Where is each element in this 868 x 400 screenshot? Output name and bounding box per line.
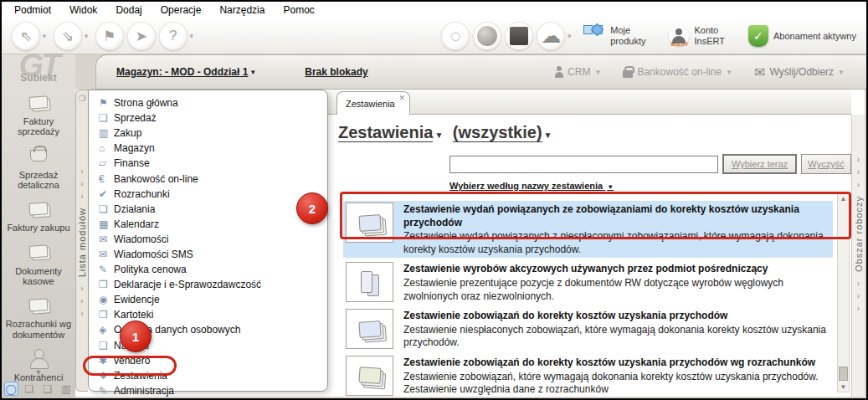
title-caret-icon[interactable]: ▼ — [434, 131, 443, 140]
tree-item-finanse[interactable]: ▱Finanse — [94, 156, 327, 171]
cloud-dropdown-icon[interactable]: ▼ — [566, 33, 573, 40]
tree-item-magazyn[interactable]: ⌂Magazyn — [94, 141, 327, 156]
sidebar-label: Rozrachunki wg dokumentów — [3, 319, 74, 340]
tree-item-rozrachunki[interactable]: ✔Rozrachunki — [94, 187, 327, 202]
home-flag-icon[interactable]: ⚑ — [95, 22, 124, 50]
crm-button[interactable]: CRM ▼ — [555, 66, 601, 78]
wyslij-odbierz-button[interactable]: ✉ Wyślij/Odbierz ▼ — [754, 64, 845, 80]
settlements-icon — [29, 298, 49, 311]
menu-narzedzia[interactable]: Narzędzia — [210, 3, 274, 18]
tree-item-ochrona-danych[interactable]: ◈Ochrona danych osobowych — [94, 322, 327, 337]
calendar-icon: ▦ — [99, 218, 114, 230]
sidebar-item-kontrahenci[interactable]: Kontrahenci — [3, 346, 74, 382]
list-scrollbar[interactable]: ▲ ▼ — [837, 193, 850, 392]
mini-module-selected-icon[interactable]: ◯ — [4, 382, 18, 396]
tab-close-icon[interactable]: ✕ — [398, 94, 405, 102]
scroll-up-icon[interactable]: ▲ — [838, 195, 849, 203]
menu-operacje[interactable]: Operacje — [152, 3, 211, 18]
abonament-button[interactable]: ✓ Abonament aktywny — [748, 25, 856, 47]
tree-item-dzialania[interactable]: ❏Działania — [94, 202, 327, 217]
contractors-person-icon — [29, 349, 48, 367]
tree-item-zestawienia[interactable]: ❖Zestawienia — [94, 368, 327, 383]
title-zestawienia[interactable]: Zestawienia — [338, 123, 433, 142]
tree-item-kartoteki[interactable]: ❒Kartoteki — [94, 307, 327, 322]
brak-blokady-link[interactable]: Brak blokady — [305, 66, 367, 78]
sidebar-item-sprzedaz-detaliczna[interactable]: Sprzedaż detaliczna — [3, 143, 74, 191]
banknotes-icon — [358, 367, 381, 385]
menu-widok[interactable]: Widok — [60, 3, 106, 18]
list-item-wyroby-akcyzowe[interactable]: Zestawienie wyrobów akcyzowych używanych… — [343, 260, 833, 305]
tree-item-wiadomosci-sms[interactable]: ✉Wiadomości SMS — [94, 247, 327, 262]
lock-icon — [623, 70, 633, 78]
wybierz-teraz-button[interactable]: Wybierz teraz — [722, 154, 797, 174]
tree-item-bankowosc[interactable]: €Bankowość on-line — [94, 171, 327, 186]
wyczysc-button[interactable]: Wyczyść — [801, 154, 851, 174]
tree-item-kalendarz[interactable]: ▦Kalendarz — [94, 217, 327, 232]
tree-label: Sprzedaż — [114, 112, 157, 124]
price-icon: ✎ — [99, 264, 114, 275]
scroll-down-icon[interactable]: ▼ — [838, 383, 849, 391]
help-dropdown-icon[interactable]: ▼ — [188, 33, 195, 40]
konto-insert-button[interactable]: InsERT Konto InsERT — [669, 25, 724, 46]
scroll-thumb[interactable] — [839, 367, 848, 381]
pin-icon[interactable]: ❍ — [79, 94, 86, 103]
tree-item-ewidencje[interactable]: ◉Ewidencje — [94, 292, 327, 307]
sync-spinner-icon[interactable]: ◌ — [441, 22, 470, 50]
goto-icon[interactable]: ➤ — [127, 22, 156, 50]
search-row: Wybierz teraz Wyczyść — [449, 154, 851, 174]
cube-icon[interactable] — [505, 22, 533, 50]
crm-person-icon — [555, 66, 563, 78]
tree-item-polityka-cenowa[interactable]: ✎Polityka cenowa — [94, 262, 327, 277]
tree-item-deklaracje[interactable]: ❐Deklaracje i e-Sprawozdawczość — [94, 277, 327, 292]
bankowosc-button[interactable]: Bankowość on-line ▼ — [623, 66, 732, 78]
back-icon[interactable]: ⇖ — [12, 22, 40, 50]
sidebar-item-rozrachunki[interactable]: Rozrachunki wg dokumentów — [3, 292, 74, 340]
menu-pomoc[interactable]: Pomoc — [274, 3, 323, 18]
tree-label: Magazyn — [114, 142, 155, 154]
tree-item-zakup[interactable]: ▥Zakup — [94, 126, 327, 141]
tab-zestawienia[interactable]: Zestawienia ✕ — [336, 91, 410, 115]
obszar-roboczy-tab[interactable]: ››› Obszar roboczy ››› — [851, 115, 865, 397]
tree-label: Administracja — [114, 385, 174, 397]
tree-item-sprzedaz[interactable]: ❏Sprzedaż — [94, 110, 327, 126]
mini-module-stack-icon[interactable]: ❏ — [23, 382, 37, 396]
list-item-wydania-zobowiazania[interactable]: Zestawienie wydań powiązanych ze zobowią… — [343, 201, 833, 258]
mini-module-basket-icon[interactable]: ❑ — [41, 382, 55, 396]
list-item-zobowiazania-rozrachunki[interactable]: Zestawienie zobowiązań do korekty kosztó… — [343, 354, 833, 398]
title-scope[interactable]: (wszystkie) — [453, 123, 542, 142]
cloud-services-icon[interactable]: ☁ — [537, 22, 565, 50]
menu-dodaj[interactable]: Dodaj — [106, 3, 151, 18]
sidebar-item-faktury-zakupu[interactable]: Faktury zakupu — [3, 196, 74, 233]
forward-icon[interactable]: ⇘ — [54, 22, 82, 50]
purchase-invoices-icon — [29, 202, 49, 215]
help-icon[interactable]: ? — [159, 22, 187, 50]
wallet-icon: ▱ — [99, 157, 114, 169]
moje-produkty-button[interactable]: Moje produkty — [583, 25, 645, 47]
sidebar-item-faktury-sprzedazy[interactable]: Faktury sprzedaży — [3, 90, 74, 137]
filter-by-name-link[interactable]: Wybierz według nazwy zestawienia ▼ — [449, 181, 614, 191]
magazyn-selector[interactable]: Magazyn: - MOD - Oddział 1 — [116, 66, 248, 78]
sidebar-more-chevron-icon[interactable]: ▼ — [2, 368, 75, 377]
sidebar-item-dokumenty-kasowe[interactable]: Dokumenty kasowe — [3, 239, 74, 287]
files-icon: ❒ — [99, 309, 114, 321]
expand-chevron-icon: ››› — [857, 277, 860, 315]
scope-caret-icon[interactable]: ▼ — [544, 131, 552, 140]
globe-icon[interactable] — [473, 22, 501, 50]
report-list: Zestawienie wydań powiązanych ze zobowią… — [343, 201, 833, 398]
tree-item-administracja[interactable]: ✎Administracja — [94, 383, 327, 398]
tree-item-vendero[interactable]: ✱vendero — [94, 353, 327, 368]
app-name: Subiekt — [20, 72, 56, 84]
tree-item-naklejki[interactable]: ❑Naklejki — [94, 338, 327, 353]
menu-podmiot[interactable]: Podmiot — [5, 3, 60, 18]
search-input[interactable] — [449, 156, 718, 173]
forward-dropdown-icon[interactable]: ▼ — [83, 33, 90, 40]
tree-label: Deklaracje i e-Sprawozdawczość — [114, 279, 261, 290]
mini-module-box-icon[interactable]: ▥ — [59, 382, 74, 396]
tree-item-strona-glowna[interactable]: ⚑Strona główna — [94, 95, 327, 110]
list-item-zobowiazania-korekta[interactable]: Zestawienie zobowiązań do korekty kosztó… — [343, 307, 833, 351]
tree-label: Zestawienia — [114, 370, 167, 382]
back-dropdown-icon[interactable]: ▼ — [41, 33, 48, 40]
tree-item-wiadomosci[interactable]: ✉Wiadomości — [94, 232, 327, 247]
lista-modulow-tab[interactable]: ❍ ››› Lista modułów ››› — [75, 90, 88, 392]
magazyn-caret-icon[interactable]: ▼ — [249, 69, 256, 76]
